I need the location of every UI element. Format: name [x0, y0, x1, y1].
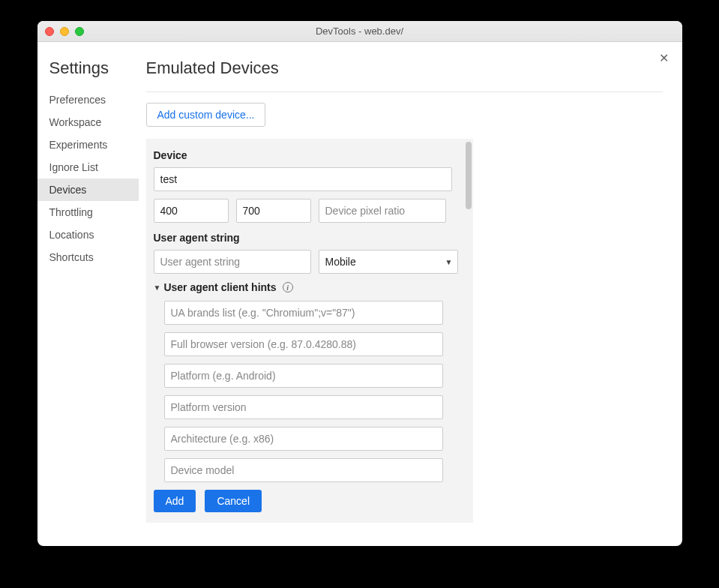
window-close-icon[interactable] — [45, 27, 54, 36]
window-minimize-icon[interactable] — [60, 27, 69, 36]
architecture-input[interactable] — [164, 427, 443, 451]
sidebar-item-devices[interactable]: Devices — [37, 178, 139, 201]
platform-input[interactable] — [164, 364, 443, 388]
add-custom-device-button[interactable]: Add custom device... — [146, 103, 266, 127]
client-hints-label: User agent client hints — [163, 281, 276, 293]
titlebar: DevTools - web.dev/ — [37, 21, 682, 42]
settings-heading: Settings — [49, 58, 139, 78]
sidebar-item-ignore-list[interactable]: Ignore List — [37, 156, 139, 178]
add-button[interactable]: Add — [154, 490, 196, 512]
client-hints-toggle[interactable]: ▼ User agent client hints i — [154, 281, 458, 293]
scrollbar[interactable] — [464, 139, 473, 523]
device-width-input[interactable] — [154, 199, 229, 223]
sidebar-item-shortcuts[interactable]: Shortcuts — [37, 246, 139, 268]
ua-brands-input[interactable] — [164, 301, 443, 325]
sidebar-item-throttling[interactable]: Throttling — [37, 201, 139, 224]
device-model-input[interactable] — [164, 458, 443, 482]
info-icon[interactable]: i — [283, 282, 293, 292]
device-name-input[interactable] — [154, 167, 452, 191]
device-height-input[interactable] — [236, 199, 311, 223]
close-icon[interactable]: ✕ — [659, 51, 669, 65]
device-form: Device User agent string — [146, 139, 464, 523]
sidebar-item-locations[interactable]: Locations — [37, 224, 139, 246]
device-section-label: Device — [154, 149, 458, 161]
sidebar-item-preferences[interactable]: Preferences — [37, 88, 139, 111]
platform-version-input[interactable] — [164, 395, 443, 419]
devtools-window: DevTools - web.dev/ ✕ Settings Preferenc… — [37, 21, 682, 546]
window-title: DevTools - web.dev/ — [37, 26, 682, 37]
user-agent-type-value: Mobile — [325, 256, 356, 268]
sidebar-item-experiments[interactable]: Experiments — [37, 134, 139, 156]
page-title: Emulated Devices — [146, 58, 663, 78]
settings-sidebar: Settings Preferences Workspace Experimen… — [37, 42, 139, 546]
chevron-down-icon: ▼ — [445, 258, 453, 266]
divider — [146, 92, 663, 92]
disclosure-triangle-icon: ▼ — [154, 284, 161, 292]
user-agent-input[interactable] — [154, 250, 311, 274]
main-panel: Emulated Devices Add custom device... De… — [139, 42, 682, 546]
full-browser-version-input[interactable] — [164, 332, 443, 356]
user-agent-type-select[interactable]: Mobile ▼ — [319, 250, 458, 274]
window-zoom-icon[interactable] — [75, 27, 84, 36]
ua-section-label: User agent string — [154, 232, 458, 244]
device-pixel-ratio-input[interactable] — [319, 199, 446, 223]
sidebar-item-workspace[interactable]: Workspace — [37, 111, 139, 134]
cancel-button[interactable]: Cancel — [205, 490, 262, 512]
